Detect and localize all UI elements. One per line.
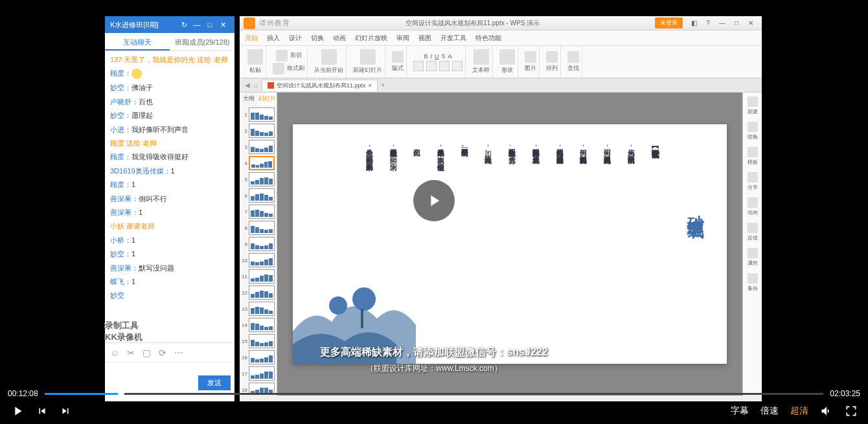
speed-button[interactable]: 倍速 bbox=[760, 405, 779, 417]
slide-thumb[interactable]: 17 bbox=[241, 366, 275, 381]
home-tab-icon[interactable]: ⌂ bbox=[254, 82, 258, 89]
italic-button[interactable]: I bbox=[430, 53, 432, 60]
slide-thumb[interactable]: 2 bbox=[241, 124, 275, 138]
subtitle-button[interactable]: 字幕 bbox=[731, 405, 749, 417]
wps-logo-icon bbox=[244, 17, 255, 29]
scissors-icon[interactable]: ✂ bbox=[127, 348, 135, 358]
outline-tab[interactable]: 大纲 bbox=[240, 93, 258, 105]
slide-thumb[interactable]: 5 bbox=[241, 172, 275, 186]
find-icon[interactable] bbox=[567, 51, 579, 63]
side-tool-反馈[interactable]: 反馈 bbox=[748, 223, 758, 241]
progress-thumb[interactable] bbox=[118, 390, 124, 397]
tab-members[interactable]: 班期成员(29/128) bbox=[170, 33, 234, 50]
chat-message: 3D1619奥迅传媒：1 bbox=[110, 166, 229, 176]
shape-icon[interactable] bbox=[499, 49, 515, 65]
menu-3[interactable]: 切换 bbox=[311, 34, 324, 43]
chat-maximize-icon[interactable]: □ bbox=[203, 21, 216, 28]
slide-thumb[interactable]: 15 bbox=[241, 334, 275, 348]
arrange-icon[interactable] bbox=[546, 51, 558, 63]
side-tool-备份[interactable]: 备份 bbox=[748, 273, 758, 292]
menu-1[interactable]: 插入 bbox=[267, 34, 280, 43]
slide-thumb[interactable]: 6 bbox=[241, 188, 275, 203]
list-icon[interactable] bbox=[452, 61, 463, 71]
paste-icon[interactable] bbox=[247, 49, 263, 65]
play-button[interactable] bbox=[10, 404, 25, 418]
picture-icon[interactable] bbox=[525, 51, 536, 63]
slide-text-line: 学风水是为人服务的，一切以人为本，我们生活中也需 bbox=[435, 144, 447, 165]
slide-thumb[interactable]: 11 bbox=[241, 269, 275, 284]
slide-thumb[interactable]: 4 bbox=[241, 156, 275, 170]
align-center-icon[interactable] bbox=[426, 61, 437, 71]
slide-thumb[interactable]: 3 bbox=[241, 140, 275, 154]
slide-thumb[interactable]: 1 bbox=[241, 107, 275, 122]
slide-thumb[interactable]: 7 bbox=[241, 205, 275, 219]
side-tool-新建[interactable]: 新建 bbox=[748, 96, 758, 115]
next-button[interactable] bbox=[60, 405, 71, 417]
chat-window-title: K水进修班[8期] bbox=[110, 20, 177, 30]
slide-text-line: 阴阳相配才能生生不息、养育后代。 bbox=[506, 144, 518, 165]
format-brush-icon[interactable] bbox=[273, 63, 284, 74]
slide-thumb[interactable]: 13 bbox=[241, 302, 275, 316]
cut-icon[interactable] bbox=[276, 50, 288, 61]
close-tab-icon[interactable]: × bbox=[369, 82, 372, 89]
side-tool-动画[interactable]: 动画 bbox=[748, 197, 758, 216]
menu-0[interactable]: 开始 bbox=[245, 34, 258, 43]
send-button[interactable]: 发送 bbox=[198, 375, 231, 390]
menu-4[interactable]: 动画 bbox=[333, 34, 346, 43]
wps-titlebar: 谭州教育 空间设计实战风水规划布局11.pptx - WPS 演示 未登录 ◧ … bbox=[240, 16, 762, 30]
login-button[interactable]: 未登录 bbox=[655, 17, 683, 28]
slide-thumb[interactable]: 16 bbox=[241, 350, 275, 364]
side-tool-分享[interactable]: 分享 bbox=[748, 172, 758, 191]
layout-icon[interactable] bbox=[392, 51, 404, 63]
tab-prev-icon[interactable]: ◀ bbox=[245, 82, 250, 89]
align-left-icon[interactable] bbox=[413, 61, 424, 71]
slide-thumb[interactable]: 8 bbox=[241, 221, 275, 235]
strike-button[interactable]: S bbox=[442, 53, 446, 60]
tab-chat[interactable]: 互动聊天 bbox=[105, 33, 170, 50]
wps-close-icon[interactable]: ✕ bbox=[744, 19, 758, 27]
more-icon[interactable]: ⋯ bbox=[174, 348, 183, 358]
chat-refresh-icon[interactable]: ↻ bbox=[177, 21, 190, 29]
play-from-icon[interactable] bbox=[321, 49, 337, 65]
menu-8[interactable]: 开发工具 bbox=[440, 34, 466, 43]
menu-5[interactable]: 幻灯片放映 bbox=[355, 34, 387, 43]
quality-button[interactable]: 超清 bbox=[790, 405, 808, 417]
textbox-icon[interactable] bbox=[474, 49, 489, 65]
menu-2[interactable]: 设计 bbox=[289, 34, 302, 43]
chat-minimize-icon[interactable]: — bbox=[190, 21, 203, 28]
progress-track[interactable] bbox=[45, 393, 824, 395]
add-tab-icon[interactable]: + bbox=[382, 82, 385, 89]
chat-message: 小进：我好像听不到声音 bbox=[110, 125, 229, 135]
slide-thumb[interactable]: 10 bbox=[241, 253, 275, 267]
align-right-icon[interactable] bbox=[439, 61, 450, 71]
wps-help-icon[interactable]: ? bbox=[701, 19, 715, 27]
side-tool-属性[interactable]: 属性 bbox=[748, 248, 758, 267]
menu-6[interactable]: 审阅 bbox=[396, 34, 409, 43]
svg-point-0 bbox=[329, 296, 347, 315]
chat-close-icon[interactable]: ✕ bbox=[216, 21, 229, 29]
wps-minimize-icon[interactable]: — bbox=[715, 19, 729, 27]
slide-thumb[interactable]: 14 bbox=[241, 318, 275, 332]
slides-tab[interactable]: 幻灯片 bbox=[258, 93, 277, 105]
side-tool-模板[interactable]: 模板 bbox=[748, 147, 758, 166]
document-tab[interactable]: 空间设计实战风水规划布局11.pptx × bbox=[262, 80, 378, 91]
total-time: 02:03:25 bbox=[830, 389, 860, 398]
menu-9[interactable]: 特色功能 bbox=[475, 34, 501, 43]
underline-button[interactable]: U bbox=[435, 53, 439, 60]
slide-thumb[interactable]: 12 bbox=[241, 285, 275, 300]
emoji-icon[interactable]: ☺ bbox=[110, 348, 119, 358]
fullscreen-button[interactable] bbox=[845, 405, 858, 418]
new-slide-icon[interactable] bbox=[360, 49, 376, 65]
menu-7[interactable]: 视图 bbox=[418, 34, 431, 43]
slide-thumb[interactable]: 9 bbox=[241, 237, 275, 251]
prev-button[interactable] bbox=[36, 405, 48, 417]
font-color-button[interactable]: A bbox=[448, 53, 452, 60]
bold-button[interactable]: B bbox=[424, 53, 428, 60]
wps-theme-icon[interactable]: ◧ bbox=[687, 19, 701, 27]
wps-maximize-icon[interactable]: □ bbox=[729, 19, 744, 27]
side-tool-切换[interactable]: 切换 bbox=[748, 122, 758, 140]
history-icon[interactable]: ⟳ bbox=[159, 348, 166, 358]
play-overlay-button[interactable] bbox=[413, 180, 455, 221]
volume-button[interactable] bbox=[820, 405, 833, 418]
image-icon[interactable]: ▢ bbox=[143, 348, 151, 358]
